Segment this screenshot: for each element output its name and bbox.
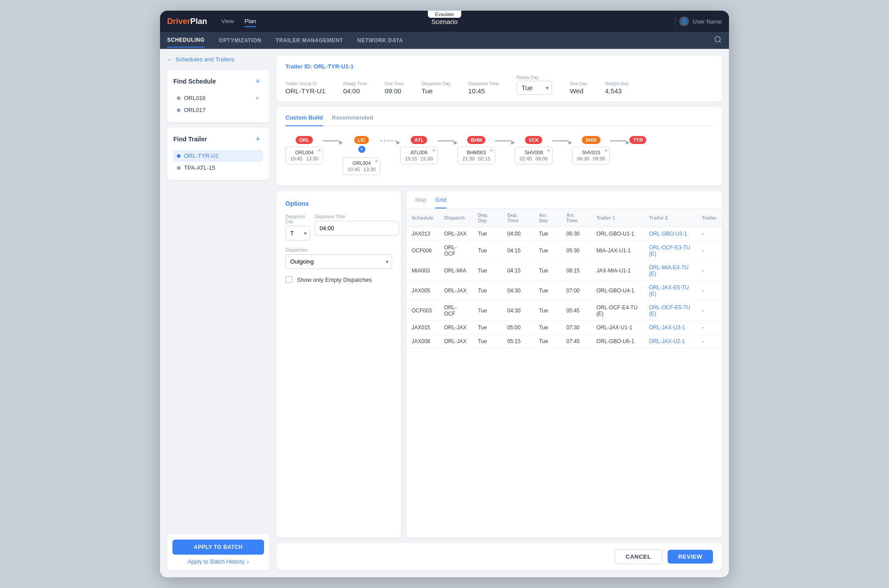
route-card: Custom Build Recommended ORL ✕ ORL004 10…: [276, 107, 722, 186]
main-content: ← Schedules and Trailers Find Schedule +…: [160, 49, 729, 577]
route-node-lic: LIC + ✕ ORL004 10:4513:30: [343, 136, 380, 175]
departure-day-value: Tue: [421, 87, 450, 95]
nav-view[interactable]: View: [221, 16, 234, 27]
nav-network-data[interactable]: NETWORK DATA: [357, 34, 403, 47]
table-row[interactable]: OCF003 ORL-OCF Tue 04:30 Tue 05:45 ORL-O…: [406, 301, 722, 321]
table-row[interactable]: JAX015 ORL-JAX Tue 05:00 Tue 07:30 ORL-J…: [406, 321, 722, 335]
shiv-schedule-id: SHV015: [577, 150, 605, 155]
lic-remove-icon[interactable]: ✕: [375, 159, 378, 164]
cell-dep-day: Tue: [473, 335, 502, 348]
evaluate-tab[interactable]: Evaulate: [428, 11, 461, 18]
tab-recommended[interactable]: Recommended: [332, 114, 373, 126]
find-trailer-header: Find Trailer +: [173, 134, 263, 144]
atl-badge: ATL: [411, 136, 427, 144]
vck-badge: VCK: [525, 136, 542, 144]
add-schedule-button[interactable]: +: [252, 76, 263, 87]
cell-trailer2: ORL-JAX-U3-1: [644, 321, 697, 335]
tab-grid[interactable]: Grid: [435, 196, 446, 208]
search-icon[interactable]: [714, 36, 722, 45]
weight-label: Weight (lbs): [605, 81, 629, 86]
show-empty-checkbox[interactable]: [285, 276, 292, 283]
cell-arr-time: 06:30: [561, 227, 591, 241]
vck-remove-icon[interactable]: ✕: [547, 148, 550, 153]
cell-trailer1: ORL-GBO-U4-1: [591, 281, 644, 301]
orl-times: 10:4513:30: [290, 156, 318, 161]
dispatches-select[interactable]: OutgoingIncoming: [285, 254, 392, 269]
trailer-item-orl-tyr-u1[interactable]: ORL-TYR-U1: [173, 150, 263, 162]
dep-day-wrapper: Departure Day TMWThF: [285, 214, 310, 240]
tab-custom-build[interactable]: Custom Build: [285, 114, 323, 126]
departure-day-label: Departure Day: [421, 81, 450, 86]
ready-day-select[interactable]: TueMonWedThuFri: [517, 81, 552, 95]
back-label: Schedules and Trailers: [176, 56, 234, 63]
cell-trailer1: JAX-MIA-U1-1: [591, 261, 644, 281]
cancel-button[interactable]: CANCEL: [615, 549, 662, 564]
cell-arr-day: Tue: [534, 261, 561, 281]
departure-time-field: Departure Time 10:45: [468, 81, 499, 95]
back-link[interactable]: ← Schedules and Trailers: [167, 56, 269, 63]
tab-map[interactable]: Map: [415, 196, 426, 208]
cell-trailer2: ORL-JAX-U2-1: [644, 335, 697, 348]
ready-time-label: Ready Time: [343, 81, 367, 86]
cell-arr-day: Tue: [534, 321, 561, 335]
review-button[interactable]: REVIEW: [668, 550, 713, 564]
trailer-fields: Trailer Group ID ORL-TYR-U1 Ready Time 0…: [285, 75, 713, 95]
table-row[interactable]: MIA003 ORL-MIA Tue 04:15 Tue 08:15 JAX-M…: [406, 261, 722, 281]
show-empty-dispatches-row[interactable]: Show only Empty Dispatches: [285, 276, 392, 283]
cell-trailer1: MIA-JAX-U1-1: [591, 241, 644, 261]
cell-dep-time: 04:15: [502, 241, 533, 261]
table-row[interactable]: OCF006 ORL-OCF Tue 04:15 Tue 05:30 MIA-J…: [406, 241, 722, 261]
schedule-item-orl016[interactable]: ORL016 ✕: [173, 92, 263, 104]
route-node-orl: ORL ✕ ORL004 10:4513:30: [285, 136, 323, 164]
nav-plan[interactable]: Plan: [244, 16, 256, 27]
table-row[interactable]: JAX013 ORL-JAX Tue 04:00 Tue 06:30 ORL-G…: [406, 227, 722, 241]
cell-trailer2: ORL-GBO-U3-1: [644, 227, 697, 241]
dep-day-select-wrapper: TMWThF: [285, 226, 310, 240]
table-row[interactable]: JAX005 ORL-JAX Tue 04:30 Tue 07:00 ORL-G…: [406, 281, 722, 301]
cell-dispatch: ORL-JAX: [439, 321, 473, 335]
shiv-remove-icon[interactable]: ✕: [604, 148, 608, 153]
shiv-badge: SHIV: [582, 136, 601, 144]
route-node-shiv: SHIV ✕ SHV015 06:3008:00: [572, 136, 610, 164]
cell-dep-time: 05:15: [502, 335, 533, 348]
lic-schedule-id: ORL004: [348, 160, 376, 166]
trailer-dot: [177, 166, 180, 170]
nav-trailer-management[interactable]: TRAILER MANAGEMENT: [276, 34, 343, 47]
cell-trailer1: ORL-GBO-U6-1: [591, 335, 644, 348]
cell-trailer2: ORL-MIA-E4-TU (E): [644, 261, 697, 281]
dispatches-label: Dispatches: [285, 248, 392, 252]
apply-history-link[interactable]: Apply to Batch History ›: [172, 558, 264, 565]
cell-trailer2: ORL-OCF-E3-TU (E): [644, 241, 697, 261]
ready-time-value: 04:00: [343, 87, 367, 95]
find-trailer-title: Find Trailer: [173, 136, 207, 143]
col-dep-time: Dep. Time: [502, 209, 533, 227]
route-node-bhm: BHM ✕ BHM003 21:3002:15: [457, 136, 495, 164]
departure-day-row: Departure Day TMWThF Departure Time: [285, 214, 392, 240]
bhm-remove-icon[interactable]: ✕: [489, 148, 493, 153]
lic-plus-icon[interactable]: +: [358, 146, 365, 153]
trailer-item-tpa-atl-15[interactable]: TPA-ATL-15: [173, 162, 263, 174]
svg-point-0: [715, 36, 720, 42]
trailer-label-tpa-atl-15: TPA-ATL-15: [184, 164, 215, 171]
departure-time-input[interactable]: [315, 221, 399, 236]
apply-to-batch-button[interactable]: APPLY TO BATCH: [172, 540, 264, 555]
cell-trailer3: -: [697, 301, 722, 321]
logo: DriverPlan: [167, 17, 207, 26]
departure-day-select[interactable]: TMWThF: [285, 226, 310, 240]
add-trailer-button[interactable]: +: [252, 134, 263, 144]
shiv-times: 06:3008:00: [577, 156, 605, 161]
schedule-item-orl017[interactable]: ORL017: [173, 104, 263, 116]
route-node-tyr: TYR: [629, 136, 646, 144]
cell-dep-day: Tue: [473, 227, 502, 241]
nav-scheduling[interactable]: SCHEDULING: [167, 33, 204, 48]
cell-schedule: JAX015: [406, 321, 439, 335]
cell-dep-day: Tue: [473, 261, 502, 281]
nav-optymization[interactable]: OPTYMIZATION: [219, 34, 261, 47]
back-arrow-icon: ←: [167, 56, 173, 63]
orl-remove-icon[interactable]: ✕: [317, 148, 321, 153]
remove-schedule-icon[interactable]: ✕: [255, 95, 260, 101]
table-row[interactable]: JAX008 ORL-JAX Tue 05:15 Tue 07:45 ORL-G…: [406, 335, 722, 348]
atl-remove-icon[interactable]: ✕: [432, 148, 436, 153]
orl-schedule-box: ✕ ORL004 10:4513:30: [285, 147, 323, 164]
bhm-schedule-id: BHM003: [462, 150, 490, 155]
